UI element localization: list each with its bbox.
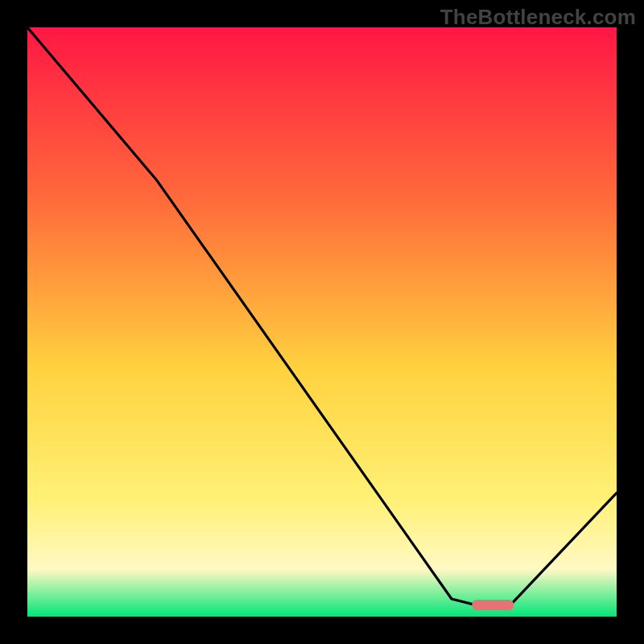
watermark-text: TheBottleneck.com bbox=[440, 5, 636, 30]
chart-svg bbox=[27, 27, 617, 617]
plot-area bbox=[27, 27, 617, 617]
chart-container: TheBottleneck.com bbox=[0, 0, 644, 644]
optimum-marker bbox=[472, 600, 514, 610]
gradient-background bbox=[27, 27, 617, 617]
